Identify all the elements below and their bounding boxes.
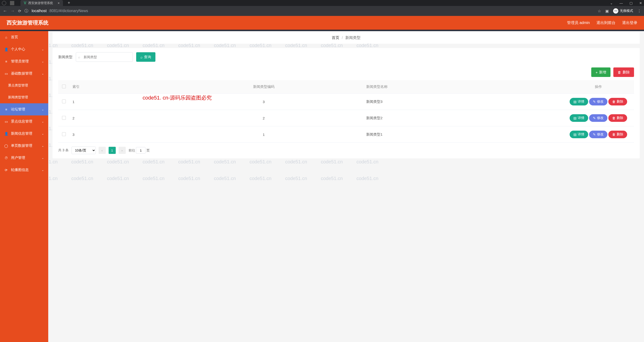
menu-icon: ⌂ (4, 35, 8, 39)
sidebar-sub-item[interactable]: 新闻类型管理 (0, 91, 48, 103)
sidebar-item[interactable]: ▭景点信息管理⌄ (0, 115, 48, 128)
kebab-menu-icon[interactable]: ⋮ (637, 9, 641, 13)
select-all-checkbox[interactable] (62, 84, 66, 88)
doc-icon: ▤ (574, 116, 576, 120)
add-button[interactable]: + 新增 (591, 67, 610, 77)
sidebar-item[interactable]: ≡论坛管理⌄ (0, 103, 48, 115)
sidebar-item[interactable]: ⏱用户管理⌄ (0, 152, 48, 164)
pager-next-button[interactable]: › (118, 147, 126, 154)
search-row: 新闻类型 ⌕ ⌕ 查询 (58, 52, 634, 62)
header-underline (0, 30, 644, 31)
incognito-icon: 👓 (613, 8, 618, 13)
reload-icon[interactable]: ⟳ (18, 9, 21, 13)
incognito-badge[interactable]: 👓 无痕模式 (613, 8, 633, 13)
bulk-delete-label: 删除 (622, 70, 630, 75)
bulk-delete-button[interactable]: 🗑 删除 (613, 67, 634, 77)
pager-page-1[interactable]: 1 (108, 147, 116, 154)
sidebar-item[interactable]: 👤个人中心⌄ (0, 43, 48, 55)
sidebar-item-label: 基础数据管理 (11, 71, 32, 76)
row-delete-button[interactable]: 🗑 删除 (608, 114, 627, 122)
chevron-down-icon: ⌄ (42, 72, 44, 75)
chevron-down-icon: ⌄ (42, 120, 44, 123)
extensions-icon[interactable]: ▣ (605, 9, 609, 13)
cell-name: 新闻类型2 (363, 110, 563, 126)
sidebar-item[interactable]: ⌂首页 (0, 31, 48, 43)
logout-to-front-link[interactable]: 退出到前台 (596, 20, 616, 25)
magnifier-icon: ⌕ (140, 55, 142, 59)
row-checkbox[interactable] (62, 132, 66, 136)
sidebar-sub-item[interactable]: 景点类型管理 (0, 79, 48, 91)
row-delete-button[interactable]: 🗑 删除 (608, 131, 627, 138)
logout-link[interactable]: 退出登录 (622, 20, 637, 25)
search-input[interactable] (76, 52, 133, 62)
cell-code: 1 (164, 126, 363, 143)
row-delete-button[interactable]: 🗑 删除 (608, 98, 627, 105)
browser-tab-strip: V 西安旅游管理系统 × + ⌄ — ▢ ✕ (0, 0, 644, 6)
row-edit-button[interactable]: ✎ 修改 (589, 114, 608, 122)
edit-icon: ✎ (593, 100, 596, 104)
sidebar-item[interactable]: ◯单页数据管理⌄ (0, 140, 48, 152)
current-user[interactable]: 管理员 admin (567, 20, 590, 25)
pager-total: 共 3 条 (58, 148, 69, 152)
menu-icon: ≡ (4, 60, 8, 63)
tab-blank-icon (10, 1, 14, 5)
pager-prev-button[interactable]: ‹ (98, 147, 106, 154)
app-header: 西安旅游管理系统 管理员 admin 退出到前台 退出登录 (0, 16, 644, 30)
row-detail-button[interactable]: ▤ 详情 (570, 98, 588, 105)
menu-icon: 👤 (4, 47, 8, 51)
row-detail-button[interactable]: ▤ 详情 (570, 114, 588, 122)
row-checkbox[interactable] (62, 99, 66, 103)
site-info-icon[interactable]: ⓘ (24, 8, 28, 13)
active-tab[interactable]: V 西安旅游管理系统 × (20, 0, 63, 6)
chevron-down-icon: ⌄ (42, 108, 44, 111)
edit-icon: ✎ (593, 132, 596, 136)
bookmark-star-icon[interactable]: ☆ (598, 9, 601, 13)
pager: 共 3 条 10条/页 ‹ 1 › 前往 页 (58, 147, 634, 154)
main-area: 首页 / 新闻类型 新闻类型 ⌕ ⌕ 查询 + 新增 (48, 31, 644, 342)
menu-icon: 👤 (4, 132, 8, 136)
row-detail-button[interactable]: ▤ 详情 (570, 131, 588, 138)
cell-code: 3 (164, 94, 363, 110)
page-size-select[interactable]: 10条/页 (72, 147, 96, 154)
sidebar-item[interactable]: ⟳轮播图信息⌄ (0, 164, 48, 176)
menu-icon: ≡ (4, 108, 8, 111)
sidebar-item[interactable]: ▭基础数据管理⌄ (0, 67, 48, 79)
row-edit-button[interactable]: ✎ 修改 (589, 131, 608, 138)
window-dropdown-icon[interactable]: ⌄ (610, 1, 613, 5)
sidebar-item-label: 新闻信息管理 (11, 131, 32, 136)
doc-icon: ▤ (574, 100, 576, 104)
chevron-down-icon: ⌄ (42, 156, 44, 160)
sidebar-item[interactable]: ≡管理员管理⌄ (0, 55, 48, 67)
cell-ops: ▤ 详情✎ 修改🗑 删除 (563, 126, 634, 143)
menu-icon: ▭ (4, 120, 8, 123)
chevron-down-icon: ⌄ (42, 132, 44, 135)
sidebar-item[interactable]: 👤新闻信息管理⌄ (0, 128, 48, 140)
trash-icon: 🗑 (618, 70, 621, 74)
forward-icon[interactable]: → (10, 8, 15, 13)
url-box[interactable]: localhost:8081/#/dictionaryNews (32, 9, 594, 13)
window-maximize-icon[interactable]: ▢ (630, 1, 632, 5)
menu-icon: ⏱ (4, 156, 8, 160)
query-button[interactable]: ⌕ 查询 (136, 52, 156, 62)
close-tab-icon[interactable]: × (58, 1, 60, 5)
breadcrumb-current: 新闻类型 (345, 36, 360, 40)
cell-code: 2 (164, 110, 363, 126)
new-tab-icon[interactable]: + (68, 0, 70, 5)
cell-ops: ▤ 详情✎ 修改🗑 删除 (563, 94, 634, 110)
incognito-label: 无痕模式 (620, 9, 633, 13)
row-edit-button[interactable]: ✎ 修改 (589, 98, 608, 105)
row-checkbox[interactable] (62, 116, 66, 120)
url-path: :8081/#/dictionaryNews (48, 9, 88, 13)
breadcrumb-root[interactable]: 首页 (332, 36, 339, 40)
sidebar-item-label: 管理员管理 (11, 59, 29, 64)
pager-goto-input[interactable] (136, 147, 146, 154)
back-icon[interactable]: ← (3, 8, 7, 13)
sidebar-item-label: 轮播图信息 (11, 168, 29, 172)
vue-logo-icon: V (24, 1, 26, 5)
window-minimize-icon[interactable]: — (620, 1, 623, 5)
col-index: 索引 (70, 80, 164, 94)
window-close-icon[interactable]: ✕ (639, 1, 642, 5)
sidebar-item-label: 个人中心 (11, 47, 25, 51)
col-code: 新闻类型编码 (164, 80, 363, 94)
chevron-down-icon: ⌄ (42, 48, 44, 51)
